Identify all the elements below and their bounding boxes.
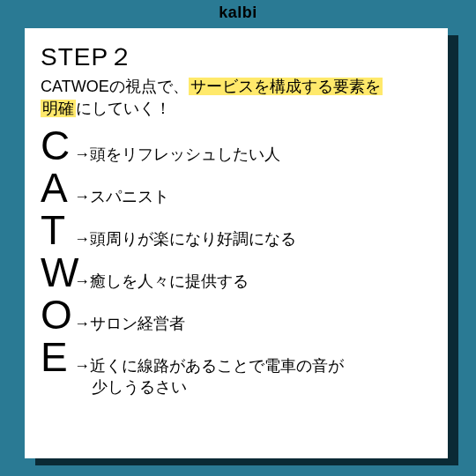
list-item: E →近くに線路があることで電車の音が 少しうるさい — [41, 337, 432, 398]
step-title: STEP２ — [41, 41, 432, 74]
brand-logo: kalbi — [219, 4, 257, 22]
catwoe-list: C →頭をリフレッシュしたい人 A →スパニスト T →頭周りが楽になり好調にな… — [41, 125, 432, 398]
desc-o: →サロン経営者 — [74, 314, 432, 334]
desc-e-line1: →近くに線路があることで電車の音が — [74, 357, 344, 375]
list-item: A →スパニスト — [41, 167, 432, 208]
letter-w: W — [41, 252, 74, 293]
subtitle: CATWOEの視点で、サービスを構成する要素を明確にしていく！ — [41, 76, 432, 120]
content-card: STEP２ CATWOEの視点で、サービスを構成する要素を明確にしていく！ C … — [25, 28, 448, 458]
list-item: W →癒しを人々に提供する — [41, 252, 432, 293]
subtitle-post: にしていく！ — [76, 100, 171, 117]
desc-t: →頭周りが楽になり好調になる — [74, 229, 432, 249]
desc-c: →頭をリフレッシュしたい人 — [74, 145, 432, 165]
letter-a: A — [41, 167, 74, 208]
desc-e-line2: 少しうるさい — [74, 377, 432, 398]
letter-t: T — [41, 210, 74, 250]
letter-o: O — [41, 294, 74, 335]
subtitle-highlight-1: サービスを構成する要素を — [189, 78, 383, 95]
list-item: T →頭周りが楽になり好調になる — [41, 210, 432, 250]
letter-e: E — [41, 337, 74, 377]
list-item: C →頭をリフレッシュしたい人 — [41, 125, 432, 166]
list-item: O →サロン経営者 — [41, 294, 432, 335]
desc-w: →癒しを人々に提供する — [74, 271, 432, 292]
desc-e: →近くに線路があることで電車の音が 少しうるさい — [74, 356, 432, 398]
subtitle-pre: CATWOEの視点で、 — [41, 78, 189, 95]
letter-c: C — [41, 125, 74, 166]
subtitle-highlight-2: 明確 — [41, 100, 76, 117]
desc-a: →スパニスト — [74, 187, 432, 207]
